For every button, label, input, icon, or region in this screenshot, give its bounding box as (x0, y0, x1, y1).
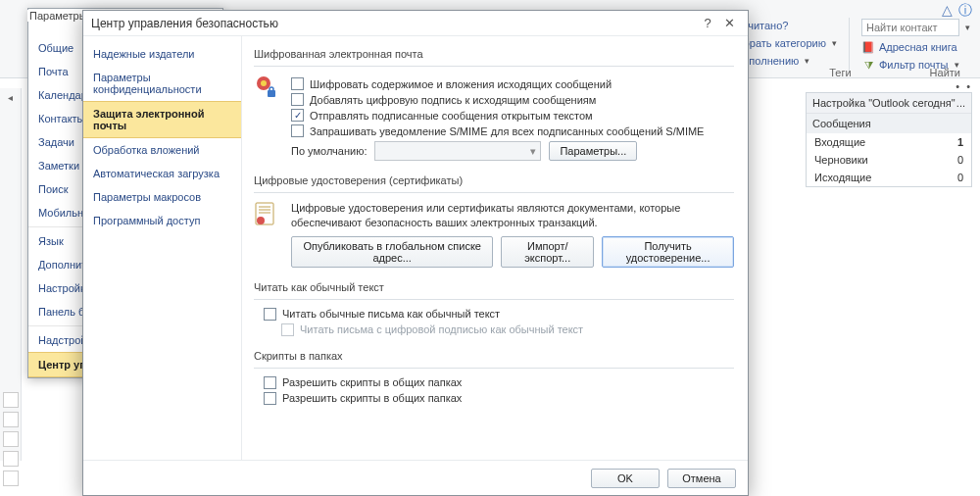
value: 0 (957, 154, 963, 166)
label: Запрашивать уведомление S/MIME для всех … (310, 125, 704, 137)
chevron-down-icon: ▾ (805, 56, 809, 66)
default-setting-label: По умолчанию: (291, 145, 367, 157)
group-folder-scripts: Скрипты в папках Разрешить скрипты в общ… (254, 346, 734, 405)
divider (849, 18, 850, 73)
trust-nav-item[interactable]: Параметры конфиденциальности (83, 66, 241, 101)
ribbon-group-label-tags: Теги (829, 67, 851, 78)
notes-shortcut-icon[interactable] (3, 471, 19, 486)
today-row[interactable]: Входящие1 (807, 133, 971, 151)
settings-button[interactable]: Параметры... (549, 141, 637, 161)
label: Читать письма с цифровой подписью как об… (300, 323, 583, 335)
trust-nav-item[interactable]: Защита электронной почты (83, 101, 241, 138)
publish-gal-button[interactable]: Опубликовать в глобальном списке адрес..… (291, 236, 493, 268)
trust-nav-item[interactable]: Надежные издатели (83, 42, 241, 66)
get-digital-id-button[interactable]: Получить удостоверение... (602, 236, 734, 268)
checkbox-smime-receipt[interactable] (291, 124, 304, 137)
outlook-today-panel: Настройка "Outlook сегодня" ... Сообщени… (806, 92, 972, 187)
label: Добавлять цифровую подпись к исходящим с… (310, 94, 596, 106)
dialog-titlebar: Центр управления безопасностью ? ✕ (83, 11, 748, 36)
svg-point-1 (261, 80, 267, 86)
label: Читать обычные письма как обычный текст (282, 308, 500, 320)
chevron-down-icon: ▾ (832, 38, 837, 48)
today-section-header: Сообщения (807, 113, 971, 133)
label: Входящие (814, 136, 865, 148)
calendar-shortcut-icon[interactable] (3, 412, 19, 427)
certificate-icon (254, 74, 277, 102)
today-ellipsis[interactable]: ... (956, 97, 965, 109)
group-title: Скрипты в папках (254, 346, 734, 369)
address-book-button[interactable]: 📕 Адресная книга (858, 39, 974, 55)
checkbox-script-shared[interactable] (264, 376, 276, 389)
checkbox-sign[interactable] (291, 93, 304, 106)
book-icon: 📕 (861, 40, 875, 54)
group-digital-id: Цифровые удостоверения (сертификаты) Циф… (254, 171, 734, 268)
nav-shortcut-icons (3, 392, 19, 486)
trust-nav-item[interactable]: Программный доступ (83, 209, 241, 232)
trust-center-dialog: Центр управления безопасностью ? ✕ Надеж… (82, 10, 749, 496)
label: Разрешить скрипты в общих папках (282, 392, 462, 404)
mail-shortcut-icon[interactable] (3, 392, 19, 408)
trust-nav-item[interactable]: Параметры макросов (83, 185, 241, 209)
import-export-button[interactable]: Импорт/экспорт... (501, 236, 594, 268)
cancel-button[interactable]: Отмена (667, 469, 736, 488)
svg-point-5 (257, 217, 265, 224)
find-contact-input[interactable] (861, 19, 959, 36)
trust-center-nav: Надежные издателиПараметры конфиденциаль… (83, 36, 242, 460)
checkbox-cleartext[interactable]: ✓ (291, 109, 304, 122)
group-title: Читать как обычный текст (254, 277, 734, 300)
label: Шифровать содержимое и вложения исходящи… (310, 78, 612, 90)
group-read-plain: Читать как обычный текст Читать обычные … (254, 277, 734, 336)
label: Черновики (814, 154, 868, 166)
dialog-footer: OK Отмена (83, 460, 748, 495)
tasks-shortcut-icon[interactable] (3, 451, 19, 467)
today-row[interactable]: Черновики0 (807, 151, 971, 169)
ok-button[interactable]: OK (591, 469, 660, 488)
group-title: Цифровые удостоверения (сертификаты) (254, 171, 734, 193)
group-encrypted-email: Шифрованная электронная почта Шифровать … (254, 44, 734, 161)
today-title[interactable]: Настройка "Outlook сегодня" (812, 97, 956, 109)
label: Исходящие (814, 172, 871, 183)
label: Адресная книга (879, 41, 957, 53)
digital-id-description: Цифровые удостоверения или сертификаты я… (291, 201, 734, 230)
checkbox-read-signed-plain (281, 323, 294, 336)
checkbox-script-public[interactable] (264, 392, 276, 405)
label: Разрешить скрипты в общих папках (282, 376, 462, 388)
group-title: Шифрованная электронная почта (254, 44, 734, 67)
label: Отправлять подписанные сообщения открыты… (310, 110, 593, 122)
checkbox-encrypt[interactable] (291, 77, 304, 90)
today-row[interactable]: Исходящие0 (807, 169, 971, 186)
trust-nav-item[interactable]: Обработка вложений (83, 138, 241, 162)
checkbox-read-plain[interactable] (264, 308, 276, 321)
help-button[interactable]: ? (697, 16, 718, 30)
svg-rect-3 (270, 87, 273, 91)
trust-center-content: Шифрованная электронная почта Шифровать … (242, 36, 748, 460)
close-button[interactable]: ✕ (718, 16, 740, 30)
find-contact-field[interactable]: ▾ (858, 18, 974, 37)
certificate-document-icon (254, 201, 277, 228)
people-shortcut-icon[interactable] (3, 431, 19, 447)
value: 0 (957, 172, 963, 183)
dialog-title: Центр управления безопасностью (91, 17, 697, 30)
ribbon-group-find: ▾ 📕 Адресная книга ⧩ Фильтр почты▾ (858, 18, 974, 73)
chevron-down-icon[interactable]: ▾ (965, 23, 970, 32)
chevron-left-icon[interactable]: ◂ (0, 92, 21, 103)
trust-nav-item[interactable]: Автоматическая загрузка (83, 162, 241, 185)
default-setting-combo[interactable]: ▾ (374, 141, 541, 161)
overflow-dots[interactable]: • • (956, 80, 972, 92)
value: 1 (957, 136, 963, 148)
ribbon-group-label-find: Найти (930, 67, 960, 78)
